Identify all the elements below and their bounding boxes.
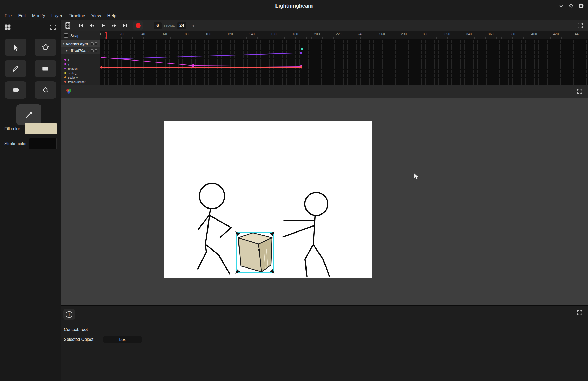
layer-visibility-toggle[interactable] <box>91 49 94 52</box>
current-frame-value[interactable]: 6 <box>154 22 162 29</box>
keyframe-handle[interactable] <box>300 52 302 54</box>
ruler-label: 380 <box>510 32 515 36</box>
timeline-property-x[interactable]: x <box>61 57 100 62</box>
stroke-color-swatch[interactable] <box>29 138 57 149</box>
rectangle-tool-button[interactable] <box>35 60 56 77</box>
app-logo-icon <box>65 88 72 95</box>
collapse-arrow-icon[interactable]: ▾ <box>63 42 64 45</box>
transform-tool-button[interactable] <box>35 39 56 56</box>
stroke-color-label: Stroke color: <box>4 141 28 146</box>
skip-to-start-button[interactable] <box>76 22 86 29</box>
tools-grid <box>5 39 56 99</box>
layer-lock-toggle[interactable] <box>95 42 97 45</box>
ruler-label: 420 <box>553 32 559 36</box>
timeline-panel: 6 FRAME 24 FPS Snap ▾ VectorLayer <box>61 20 588 85</box>
curve-x[interactable] <box>101 57 301 66</box>
info-button[interactable]: i <box>63 309 75 320</box>
timeline-property-y[interactable]: y <box>61 62 100 66</box>
bucket-tool-button[interactable] <box>35 81 56 99</box>
ruler-label: 240 <box>358 32 363 36</box>
timeline-property-scale_y[interactable]: scale_y <box>61 75 100 80</box>
canvas-expand-icon[interactable] <box>576 88 583 95</box>
timeline-property-rotation[interactable]: rotation <box>61 66 100 71</box>
timeline-ruler[interactable]: 0204060801001201401601802002202402602803… <box>100 31 588 39</box>
filmstrip-icon[interactable] <box>65 22 71 29</box>
frame-indicator: 6 FRAME 24 FPS <box>154 22 195 29</box>
record-button[interactable] <box>133 21 143 30</box>
maximize-icon[interactable] <box>568 3 574 8</box>
ruler-label: 40 <box>141 32 145 36</box>
ruler-label: 320 <box>444 32 450 36</box>
menu-timeline[interactable]: Timeline <box>65 13 88 19</box>
collapse-arrow-icon[interactable]: ▾ <box>66 49 68 52</box>
menu-edit[interactable]: Edit <box>15 13 29 19</box>
fill-color-row: Fill color: <box>4 123 57 134</box>
select-tool-button[interactable] <box>5 39 26 56</box>
menu-help[interactable]: Help <box>104 13 119 19</box>
sidebar-expand-icon[interactable] <box>49 23 57 31</box>
info-icon: i <box>66 311 72 318</box>
fast-forward-button[interactable] <box>109 22 119 29</box>
keyframe-dot[interactable] <box>100 66 103 69</box>
ruler-label: 80 <box>185 32 188 36</box>
ellipse-icon <box>12 86 20 94</box>
grid-view-button[interactable] <box>4 23 12 31</box>
layer-row-object[interactable]: ▾ 151ad70a… <box>61 47 100 54</box>
menu-view[interactable]: View <box>88 13 104 19</box>
layer-row-vectorlayer[interactable]: ▾ VectorLayer <box>61 40 100 47</box>
skip-to-end-button[interactable] <box>120 22 130 29</box>
play-button[interactable] <box>98 22 108 29</box>
record-icon <box>136 23 141 28</box>
keyframe-dot[interactable] <box>192 64 194 67</box>
selected-object-value[interactable]: box <box>103 336 142 343</box>
property-color-dot <box>64 72 66 74</box>
eyedropper-tool-button[interactable] <box>16 104 41 125</box>
fill-color-swatch[interactable] <box>25 123 57 134</box>
pencil-tool-button[interactable] <box>5 60 26 77</box>
property-color-dot <box>64 63 66 65</box>
menu-modify[interactable]: Modify <box>29 13 48 19</box>
timeline-expand-icon[interactable] <box>577 22 584 29</box>
menubar: File Edit Modify Layer Timeline View Hel… <box>0 11 588 20</box>
property-name: scale_x <box>68 72 78 75</box>
ruler-label: 0 <box>100 32 101 36</box>
property-name: rotation <box>68 67 78 70</box>
drawing-canvas[interactable] <box>164 121 372 278</box>
ruler-label: 440 <box>575 32 580 36</box>
fps-value[interactable]: 24 <box>177 22 186 29</box>
snap-checkbox[interactable] <box>64 33 68 38</box>
ruler-label: 100 <box>206 32 211 36</box>
ruler-label: 140 <box>249 32 255 36</box>
menu-file[interactable]: File <box>2 13 15 19</box>
stick-figure-right[interactable] <box>283 193 329 277</box>
fill-color-label: Fill color: <box>4 127 21 131</box>
timeline-property-frameNumber[interactable]: frameNumber <box>61 80 100 84</box>
transport-controls <box>76 22 130 29</box>
stick-figure-left[interactable] <box>198 183 231 274</box>
rewind-button[interactable] <box>87 22 97 29</box>
keyframe-area[interactable] <box>100 39 588 85</box>
timeline-tracks: 0204060801001201401601802002202402602803… <box>100 31 588 85</box>
playhead[interactable] <box>106 33 107 39</box>
close-icon[interactable] <box>578 3 584 9</box>
ellipse-tool-button[interactable] <box>5 81 26 99</box>
curve-y[interactable] <box>101 53 301 59</box>
keyframe-dot[interactable] <box>300 66 302 69</box>
stage[interactable] <box>164 121 372 278</box>
rectangle-icon <box>41 65 49 73</box>
animation-curves <box>100 39 588 85</box>
ruler-label: 280 <box>401 32 407 36</box>
box-object[interactable] <box>238 233 272 272</box>
property-color-dot <box>64 76 66 78</box>
layer-panel: Snap ▾ VectorLayer ▾ 151ad70a… xyrotatio… <box>61 31 100 85</box>
minimize-icon[interactable] <box>559 3 564 8</box>
layer-visibility-toggle[interactable] <box>91 42 94 45</box>
ruler-label: 60 <box>163 32 167 36</box>
tool-sidebar: Fill color: Stroke color: <box>0 20 61 381</box>
keyframe-handle[interactable] <box>301 48 303 50</box>
timeline-property-scale_x[interactable]: scale_x <box>61 71 100 75</box>
layer-lock-toggle[interactable] <box>95 49 97 52</box>
inspector-expand-icon[interactable] <box>576 309 583 316</box>
menu-layer[interactable]: Layer <box>48 13 66 19</box>
property-color-dot <box>64 81 66 83</box>
